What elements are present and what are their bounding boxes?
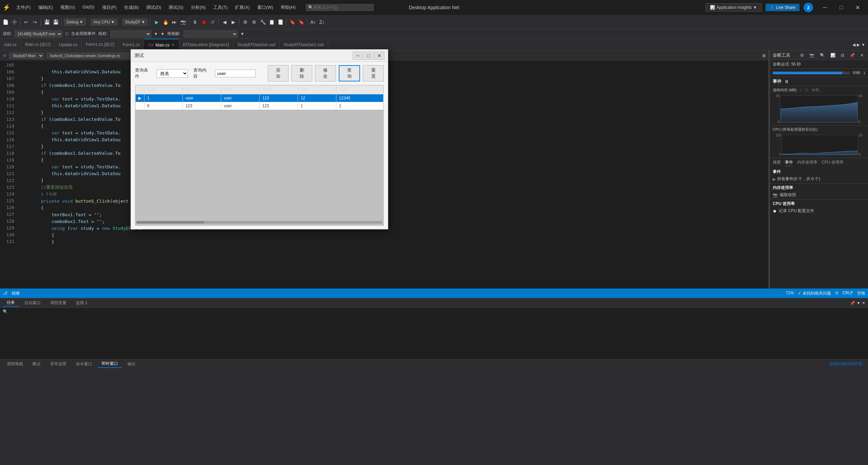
scrollbar-thumb[interactable] — [136, 221, 204, 224]
back-icon[interactable]: ◀ — [220, 18, 229, 26]
modal-scrollbar[interactable] — [135, 220, 384, 224]
cpu-record-action[interactable]: ⏺ 记录 CPU 配置文件 — [773, 208, 865, 214]
za-icon[interactable]: Z↕ — [318, 18, 326, 26]
auto-window-tab[interactable]: 自动窗口 — [20, 299, 45, 306]
menu-analyze[interactable]: 分析(N) — [188, 3, 209, 12]
save-all-icon[interactable]: 💾 — [52, 18, 60, 26]
search-condition-dropdown[interactable]: 姓名 — [157, 69, 188, 78]
az-icon[interactable]: A↕ — [309, 18, 317, 26]
diag-tab-cpu[interactable]: CPU 使用率 — [822, 160, 844, 166]
pause-btn[interactable]: ⏸ — [784, 79, 789, 84]
filter2-icon[interactable]: ▼ — [161, 32, 165, 36]
class-dropdown[interactable]: StudyEF.Main — [9, 53, 44, 59]
filter-icon[interactable]: ▼ — [154, 32, 158, 36]
reset-button[interactable]: 重置 — [363, 65, 384, 81]
menu-file[interactable]: 文件(F) — [13, 3, 34, 12]
maximize-button[interactable]: □ — [833, 0, 849, 15]
debug-icon4[interactable]: 📋 — [268, 18, 276, 26]
breakpoints-tab[interactable]: 断点 — [28, 360, 45, 368]
redo-icon[interactable]: ↪ — [31, 18, 39, 26]
menu-test[interactable]: 测试(S) — [165, 3, 186, 12]
menu-extensions[interactable]: 扩展(X) — [232, 3, 253, 12]
query-button[interactable]: 查询 — [339, 65, 360, 81]
menu-edit[interactable]: 编辑(E) — [35, 3, 56, 12]
task-dropdown-icon[interactable]: ▼ — [856, 301, 861, 305]
undo-icon[interactable]: ↩ — [22, 18, 30, 26]
step-over-icon[interactable]: ⏭ — [170, 18, 178, 26]
tab-maindesign[interactable]: Main.cs [设计] — [21, 39, 55, 51]
debug-icon2[interactable]: ⚙ — [250, 18, 258, 26]
table-row[interactable]: 6 123 user 123 1 1 — [136, 102, 383, 110]
diag-snapshot-icon[interactable]: 📷 — [808, 52, 816, 58]
tab-scroll-right[interactable]: ▶ — [857, 42, 860, 47]
process-dropdown[interactable]: [41488] StudyEF.exe — [15, 31, 62, 37]
menu-view[interactable]: 视图(V) — [57, 3, 78, 12]
menu-help[interactable]: 帮助(H) — [277, 3, 299, 12]
thread-dropdown[interactable] — [111, 31, 151, 37]
menu-tools[interactable]: 工具(T) — [210, 3, 231, 12]
tab-scroll-left[interactable]: ◀ — [852, 42, 855, 47]
immediate-tab[interactable]: 即时窗口 — [98, 360, 122, 368]
expand-icon[interactable]: ⊞ — [762, 53, 766, 58]
diag-search-icon[interactable]: 🔍 — [818, 52, 827, 58]
forward-icon[interactable]: ▶ — [229, 18, 237, 26]
app-insights-button[interactable]: 📊 Application Insights ▼ — [706, 3, 761, 12]
debug-icon5[interactable]: 📑 — [276, 18, 284, 26]
delete-button[interactable]: 删除 — [291, 65, 312, 81]
fire-icon[interactable]: 🔥 — [161, 18, 170, 26]
add-button[interactable]: 添加 — [268, 65, 289, 81]
stop-icon[interactable]: ⏹ — [200, 18, 208, 26]
menu-window[interactable]: 窗口(W) — [254, 3, 277, 12]
stack-dropdown[interactable] — [183, 31, 238, 37]
table-row[interactable]: ▶ 1 user user 123 12 12345 — [136, 94, 383, 102]
new-file-icon[interactable]: 📄 — [1, 18, 9, 26]
edit-button[interactable]: 修改 — [315, 65, 336, 81]
menu-git[interactable]: Git(G) — [79, 3, 98, 12]
diag-tab-events[interactable]: 事件 — [785, 160, 793, 166]
modal-maximize-button[interactable]: □ — [363, 52, 374, 60]
code-content[interactable]: this.dataGridView1.DataSou } if (comboBo… — [17, 60, 768, 289]
filter-icon[interactable]: ⊙ — [835, 291, 839, 296]
tab-addcs[interactable]: Add.cs — [0, 39, 21, 51]
continue-icon[interactable]: ▶ — [153, 18, 161, 26]
live-share-button[interactable]: 👤 Live Share — [766, 4, 800, 11]
snapshot-action[interactable]: 📷 截取快照 — [773, 192, 865, 198]
diag-close-icon[interactable]: ✕ — [859, 52, 865, 58]
debug-icon3[interactable]: 🔧 — [259, 18, 267, 26]
modal-close-button[interactable]: ✕ — [374, 52, 384, 60]
output-tab[interactable]: 输出 — [123, 360, 140, 368]
bookmark2-icon[interactable]: 🔖 — [297, 18, 305, 26]
search-box[interactable]: 🔍 — [306, 4, 374, 11]
call-stack-tab[interactable]: 调用堆栈 — [3, 360, 27, 368]
bookmark-icon[interactable]: 🔖 — [288, 18, 296, 26]
close-button[interactable]: ✕ — [850, 0, 865, 15]
tab-close-maincs[interactable]: ✕ — [172, 43, 175, 47]
add-icon[interactable]: ➕ — [10, 18, 18, 26]
tab-form1design[interactable]: Form1.cs [设计] — [82, 39, 119, 51]
diag-chart-icon[interactable]: 📊 — [829, 52, 837, 58]
add-source-control[interactable]: 添加到源代码管理... — [829, 361, 865, 367]
diag-dock-icon[interactable]: ⊟ — [839, 52, 846, 58]
project-dropdown[interactable]: StudyEF ▼ — [123, 19, 148, 25]
modal-minimize-button[interactable]: ─ — [353, 52, 363, 60]
pause-icon[interactable]: ⏸ — [191, 18, 199, 26]
task-tab[interactable]: 任务 — [3, 299, 19, 307]
tab-menu[interactable]: ▼ — [861, 42, 865, 47]
debug-mode-dropdown[interactable]: Debug ▼ — [64, 19, 85, 25]
tab-updatecs[interactable]: Update.cs — [55, 39, 82, 51]
diag-tab-memory[interactable]: 内存使用率 — [797, 160, 817, 166]
menu-debug[interactable]: 调试(D) — [143, 3, 164, 12]
menu-build[interactable]: 生成(B) — [121, 3, 142, 12]
diag-pin-icon[interactable]: 📌 — [848, 52, 856, 58]
save-icon[interactable]: 💾 — [43, 18, 51, 26]
watch-tab[interactable]: 监视 1 — [72, 299, 92, 306]
avatar[interactable]: 2 — [804, 3, 813, 12]
debug-icon1[interactable]: ⚙ — [241, 18, 249, 26]
search-input[interactable] — [313, 5, 368, 10]
task-close-icon[interactable]: ✕ — [862, 301, 865, 305]
diag-settings-icon[interactable]: ⚙ — [798, 52, 806, 58]
diag-tab-summary[interactable]: 摘要 — [773, 160, 781, 166]
menu-project[interactable]: 项目(P) — [99, 3, 120, 12]
task-pin-icon[interactable]: 📌 — [850, 301, 855, 305]
restart-icon[interactable]: ↺ — [209, 18, 217, 26]
